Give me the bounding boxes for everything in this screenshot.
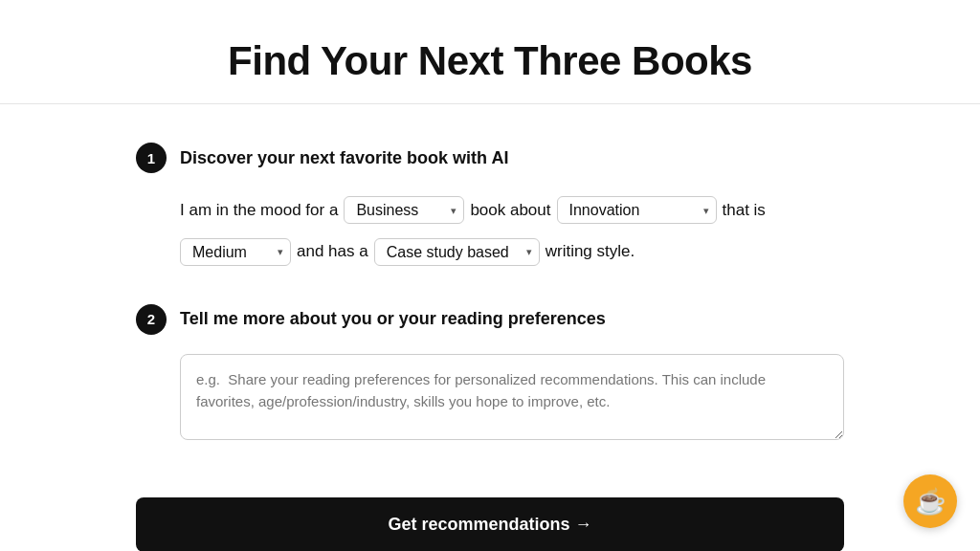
textarea-container	[136, 354, 844, 444]
coffee-icon: ☕	[915, 487, 946, 517]
section-2-title: Tell me more about you or your reading p…	[180, 309, 606, 329]
sentence-part-4: and has a	[297, 233, 368, 269]
step-badge-2: 2	[136, 304, 167, 335]
get-recommendations-button[interactable]: Get recommendations →	[136, 497, 844, 551]
complexity-dropdown-wrapper[interactable]: Easy Medium Advanced ▾	[180, 238, 291, 266]
page-header: Find Your Next Three Books	[0, 0, 980, 104]
page-title: Find Your Next Three Books	[19, 38, 961, 84]
cta-container: Get recommendations →	[117, 497, 863, 551]
sentence-part-5: writing style.	[546, 233, 635, 269]
section-2-header: 2 Tell me more about you or your reading…	[136, 304, 844, 335]
sentence-builder: I am in the mood for a Business Fiction …	[136, 192, 844, 270]
topic-dropdown-wrapper[interactable]: Innovation Leadership Marketing Finance …	[557, 196, 717, 224]
sentence-part-3: that is	[723, 192, 766, 228]
section-1-title: Discover your next favorite book with AI	[180, 148, 508, 168]
section-1-header: 1 Discover your next favorite book with …	[136, 143, 844, 173]
genre-dropdown[interactable]: Business Fiction Non-Fiction Science His…	[344, 196, 464, 224]
style-dropdown-wrapper[interactable]: Case study based Narrative Academic Prac…	[374, 238, 540, 266]
reading-preferences-textarea[interactable]	[180, 354, 844, 440]
step-badge-1: 1	[136, 143, 167, 173]
genre-dropdown-wrapper[interactable]: Business Fiction Non-Fiction Science His…	[344, 196, 464, 224]
section-2: 2 Tell me more about you or your reading…	[136, 304, 844, 444]
style-dropdown[interactable]: Case study based Narrative Academic Prac…	[374, 238, 540, 266]
complexity-dropdown[interactable]: Easy Medium Advanced	[180, 238, 291, 266]
sentence-part-2: book about	[470, 192, 550, 228]
coffee-button[interactable]: ☕	[903, 474, 957, 528]
section-1: 1 Discover your next favorite book with …	[136, 143, 844, 270]
sentence-part-1: I am in the mood for a	[180, 192, 338, 228]
topic-dropdown[interactable]: Innovation Leadership Marketing Finance …	[557, 196, 717, 224]
